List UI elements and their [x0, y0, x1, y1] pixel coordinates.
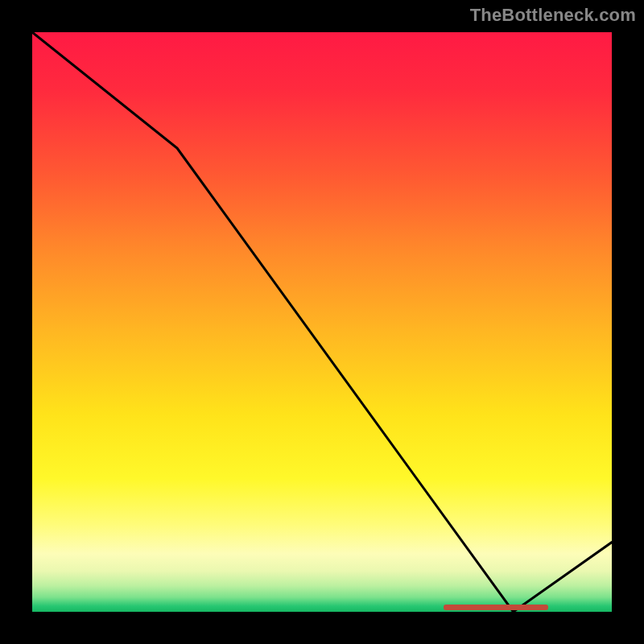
chart-line-layer — [32, 32, 612, 612]
chart-line — [32, 32, 612, 612]
watermark-text: TheBottleneck.com — [470, 5, 636, 26]
bottom-marker-strip — [444, 605, 548, 610]
plot-area — [32, 32, 612, 612]
chart-container: TheBottleneck.com — [0, 0, 644, 644]
